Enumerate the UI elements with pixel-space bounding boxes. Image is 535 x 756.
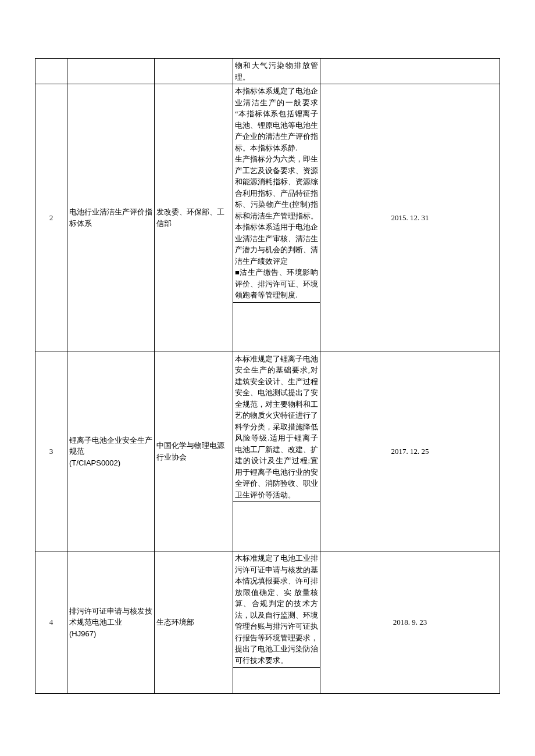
document-page: 物和大气污染物排放管理。 2 电池行业清洁生产评价指标体系 发改委、环保部、工信…	[0, 0, 535, 756]
cell-issuer: 中国化学与物理电源行业协会	[155, 352, 233, 551]
cell-desc-blank	[233, 668, 320, 694]
cell-index: 3	[35, 352, 67, 551]
cell-date: 2018. 9. 23	[320, 551, 500, 694]
cell-desc: 木标准规定了电池工业排污许可证申请与核发的基本情况填报要求、许可排放限值确定、实…	[233, 551, 320, 668]
cell-name	[67, 59, 155, 84]
table-row: 物和大气污染物排放管理。	[35, 59, 500, 84]
cell-name-line2: (T/CIAPS0002)	[69, 458, 120, 467]
cell-name: 电池行业清洁生产评价指标体系	[67, 84, 155, 352]
cell-desc-blank	[233, 502, 320, 551]
regulations-table: 物和大气污染物排放管理。 2 电池行业清洁生产评价指标体系 发改委、环保部、工信…	[35, 58, 500, 694]
cell-desc: 物和大气污染物排放管理。	[233, 59, 320, 84]
cell-desc: 本指标体系规定了电池企业清洁生产的一般要求“本指标体系包括锂离子电池、锂原电池等…	[233, 84, 320, 303]
cell-date: 2017. 12. 25	[320, 352, 500, 551]
table-row: 4 排污许可证申请与核发技术规范电池工业 (HJ967) 生态环境部 木标准规定…	[35, 551, 500, 668]
cell-name: 锂离子电池企业安全生产规范 (T/CIAPS0002)	[67, 352, 155, 551]
cell-desc-blank	[233, 302, 320, 352]
cell-issuer: 发改委、环保部、工信部	[155, 84, 233, 352]
cell-name-line2: (HJ967)	[69, 629, 96, 638]
table-row: 2 电池行业清洁生产评价指标体系 发改委、环保部、工信部 本指标体系规定了电池企…	[35, 84, 500, 303]
cell-index: 2	[35, 84, 67, 352]
cell-date: 2015. 12. 31	[320, 84, 500, 352]
cell-date	[320, 59, 500, 84]
cell-issuer	[155, 59, 233, 84]
cell-issuer: 生态环境部	[155, 551, 233, 694]
cell-name-line1: 锂离子电池企业安全生产规范	[69, 436, 152, 456]
cell-index: 4	[35, 551, 67, 694]
cell-index	[35, 59, 67, 84]
cell-name-line1: 排污许可证申请与核发技术规范电池工业	[69, 607, 152, 627]
cell-desc: 本标准规定了锂离子电池安全生产的基础要求,对建筑安全设计、生产过程安全、电池测试…	[233, 352, 320, 502]
cell-name: 排污许可证申请与核发技术规范电池工业 (HJ967)	[67, 551, 155, 694]
table-row: 3 锂离子电池企业安全生产规范 (T/CIAPS0002) 中国化学与物理电源行…	[35, 352, 500, 502]
